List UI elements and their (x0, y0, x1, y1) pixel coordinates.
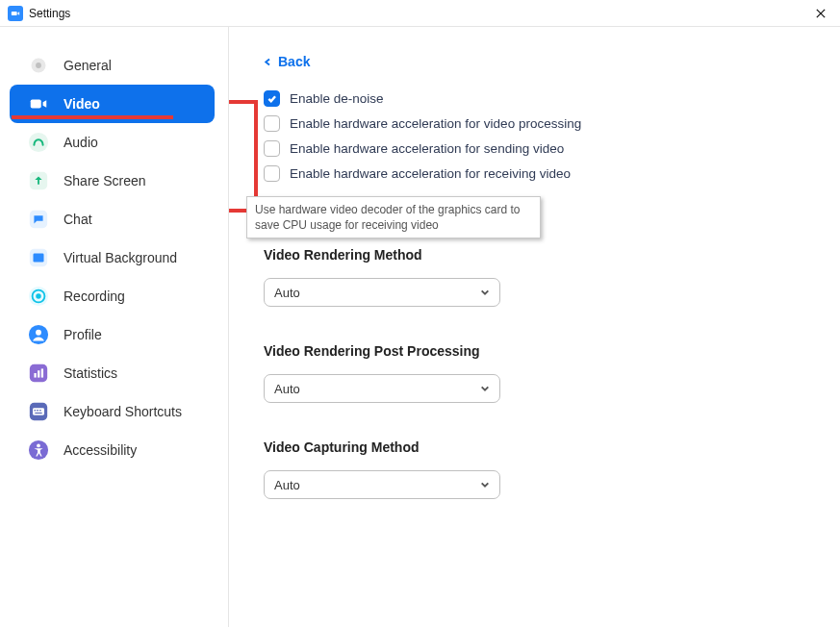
svg-point-10 (36, 293, 41, 299)
profile-icon (27, 323, 50, 346)
chevron-down-icon (480, 288, 490, 297)
sidebar-item-accessibility[interactable]: Accessibility (10, 431, 215, 469)
back-link[interactable]: Back (264, 54, 310, 69)
back-link-label: Back (278, 54, 310, 69)
checkbox-hw-sending[interactable] (264, 140, 280, 157)
select-value: Auto (274, 286, 300, 300)
sidebar-item-label: Profile (64, 327, 102, 342)
section-title: Video Rendering Post Processing (264, 343, 805, 359)
titlebar-left: Settings (8, 6, 70, 21)
titlebar: Settings (0, 0, 840, 27)
checkbox-row-denoise: Enable de-noise (264, 90, 805, 107)
sidebar-item-label: Video (64, 96, 100, 112)
chat-icon (27, 208, 50, 231)
main-panel: Back Enable de-noise Enable hardware acc… (229, 27, 840, 627)
app-icon (8, 6, 23, 21)
section-render-method: Video Rendering Method Auto (264, 247, 805, 307)
sidebar-item-label: Virtual Background (64, 250, 177, 265)
chevron-down-icon (480, 384, 490, 393)
gear-icon (27, 54, 50, 77)
select-capturing-method[interactable]: Auto (264, 470, 500, 499)
virtual-background-icon (27, 246, 50, 269)
sidebar-item-keyboard-shortcuts[interactable]: Keyboard Shortcuts (10, 392, 215, 431)
checkbox-row-hw-processing: Enable hardware acceleration for video p… (264, 115, 805, 132)
svg-point-3 (29, 133, 48, 152)
sidebar-item-profile[interactable]: Profile (10, 315, 215, 354)
checkbox-label: Enable hardware acceleration for sending… (290, 141, 564, 156)
sidebar-item-label: Statistics (64, 365, 117, 381)
sidebar-item-label: Recording (64, 288, 125, 304)
accessibility-icon (27, 439, 50, 462)
svg-rect-21 (39, 410, 41, 411)
chevron-down-icon (480, 480, 490, 489)
audio-icon (27, 131, 50, 154)
record-icon (27, 285, 50, 308)
select-value: Auto (274, 382, 300, 396)
video-icon (27, 92, 50, 115)
checkbox-denoise[interactable] (264, 90, 280, 107)
svg-rect-19 (34, 410, 36, 411)
sidebar-item-share-screen[interactable]: Share Screen (10, 162, 215, 200)
sidebar: General Video Audio Share Screen C (0, 27, 229, 627)
svg-point-24 (37, 444, 40, 448)
sidebar-item-audio[interactable]: Audio (10, 123, 215, 162)
keyboard-icon (27, 400, 50, 423)
section-title: Video Capturing Method (264, 439, 805, 455)
sidebar-item-label: Audio (64, 135, 98, 150)
section-capturing-method: Video Capturing Method Auto (264, 439, 805, 499)
svg-point-1 (36, 63, 41, 68)
sidebar-item-label: Keyboard Shortcuts (64, 404, 182, 419)
svg-rect-16 (41, 368, 43, 377)
annotation-red-underline (12, 115, 173, 119)
svg-rect-2 (31, 99, 41, 108)
checkbox-hw-receiving[interactable] (264, 165, 280, 182)
sidebar-item-recording[interactable]: Recording (10, 277, 215, 315)
select-post-processing[interactable]: Auto (264, 374, 500, 403)
body: General Video Audio Share Screen C (0, 27, 840, 627)
svg-rect-22 (35, 413, 41, 414)
sidebar-item-virtual-background[interactable]: Virtual Background (10, 238, 215, 277)
checkbox-hw-processing[interactable] (264, 115, 280, 132)
statistics-icon (27, 362, 50, 385)
svg-rect-14 (34, 373, 36, 378)
svg-rect-18 (33, 408, 44, 414)
share-icon (27, 169, 50, 192)
checkbox-label: Enable hardware acceleration for receivi… (290, 166, 571, 181)
checkbox-row-hw-receiving: Enable hardware acceleration for receivi… (264, 165, 805, 182)
tooltip: Use hardware video decoder of the graphi… (246, 196, 541, 238)
svg-rect-15 (38, 370, 39, 377)
checkbox-label: Enable hardware acceleration for video p… (290, 116, 581, 131)
select-value: Auto (274, 478, 300, 492)
section-title: Video Rendering Method (264, 247, 805, 263)
close-button[interactable] (809, 2, 832, 25)
sidebar-item-label: Share Screen (64, 173, 146, 188)
sidebar-item-statistics[interactable]: Statistics (10, 354, 215, 392)
section-post-processing: Video Rendering Post Processing Auto (264, 343, 805, 403)
window-title: Settings (29, 7, 70, 20)
checkbox-row-hw-sending: Enable hardware acceleration for sending… (264, 140, 805, 157)
tooltip-text: Use hardware video decoder of the graphi… (255, 203, 521, 232)
select-render-method[interactable]: Auto (264, 278, 500, 307)
svg-rect-7 (34, 253, 44, 262)
svg-rect-20 (37, 410, 38, 411)
sidebar-item-label: General (64, 58, 112, 73)
sidebar-item-label: Chat (64, 212, 92, 227)
svg-point-12 (36, 330, 41, 336)
sidebar-item-general[interactable]: General (10, 46, 215, 85)
sidebar-item-label: Accessibility (64, 442, 137, 458)
sidebar-item-chat[interactable]: Chat (10, 200, 215, 238)
checkbox-label: Enable de-noise (290, 91, 384, 106)
